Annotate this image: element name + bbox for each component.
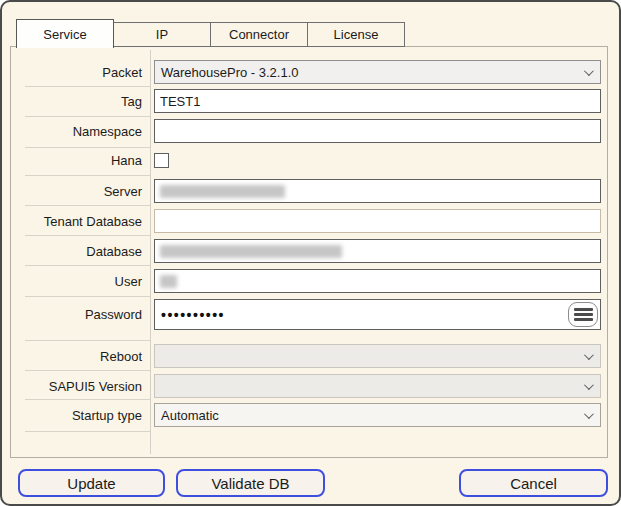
user-row: User: [25, 269, 601, 293]
database-label: Database: [25, 244, 146, 259]
tenant-database-row: Tenant Database: [25, 209, 601, 233]
password-reveal-button[interactable]: [568, 302, 598, 327]
tab-bar: Service IP Connector License: [16, 19, 405, 47]
dialog-window: Service IP Connector License Packet Ware…: [0, 0, 621, 506]
tag-label: Tag: [25, 94, 146, 109]
hana-checkbox[interactable]: [154, 153, 169, 168]
cancel-button[interactable]: Cancel: [459, 469, 608, 497]
database-input[interactable]: [154, 239, 601, 263]
hana-label: Hana: [25, 153, 146, 168]
tab-service[interactable]: Service: [16, 19, 114, 48]
password-label: Password: [25, 307, 146, 322]
validate-db-button[interactable]: Validate DB: [176, 469, 325, 497]
sapui5-version-label: SAPUI5 Version: [25, 379, 146, 394]
packet-select-value: WarehousePro - 3.2.1.0: [161, 65, 299, 80]
sapui5-version-row: SAPUI5 Version: [25, 374, 601, 398]
password-input[interactable]: ••••••••••: [154, 299, 601, 330]
database-row: Database: [25, 239, 601, 263]
packet-row: Packet WarehousePro - 3.2.1.0: [25, 60, 601, 84]
reboot-select[interactable]: [154, 344, 601, 368]
service-tab-panel: Packet WarehousePro - 3.2.1.0 Tag Namesp…: [10, 46, 608, 458]
chevron-down-icon: [584, 350, 594, 360]
user-label: User: [25, 274, 146, 289]
tenant-database-input[interactable]: [154, 209, 601, 233]
namespace-input[interactable]: [154, 119, 601, 143]
reboot-label: Reboot: [25, 349, 146, 364]
namespace-row: Namespace: [25, 119, 601, 143]
packet-select[interactable]: WarehousePro - 3.2.1.0: [154, 60, 601, 84]
chevron-down-icon: [584, 409, 594, 419]
namespace-label: Namespace: [25, 124, 146, 139]
password-row: Password ••••••••••: [25, 299, 601, 330]
database-redacted-value: [160, 245, 342, 258]
startup-type-select[interactable]: Automatic: [154, 403, 601, 427]
sapui5-version-select[interactable]: [154, 374, 601, 398]
server-redacted-value: [160, 185, 285, 198]
server-label: Server: [25, 184, 146, 199]
server-row: Server: [25, 179, 601, 203]
chevron-down-icon: [584, 380, 594, 390]
tag-input[interactable]: [154, 89, 601, 113]
tab-ip[interactable]: IP: [113, 22, 211, 47]
hana-row: Hana: [25, 149, 601, 171]
tenant-database-label: Tenant Database: [25, 214, 146, 229]
user-input[interactable]: [154, 269, 601, 293]
startup-type-row: Startup type Automatic: [25, 403, 601, 427]
hamburger-icon: [574, 308, 593, 311]
startup-type-select-value: Automatic: [161, 408, 219, 423]
chevron-down-icon: [584, 66, 594, 76]
user-redacted-value: [160, 275, 177, 288]
update-button[interactable]: Update: [18, 469, 165, 497]
password-dots: ••••••••••: [161, 307, 225, 323]
tag-row: Tag: [25, 89, 601, 113]
startup-type-label: Startup type: [25, 408, 146, 423]
server-input[interactable]: [154, 179, 601, 203]
tab-connector[interactable]: Connector: [210, 22, 308, 47]
tab-license[interactable]: License: [307, 22, 405, 47]
reboot-row: Reboot: [25, 344, 601, 368]
packet-label: Packet: [25, 65, 146, 80]
